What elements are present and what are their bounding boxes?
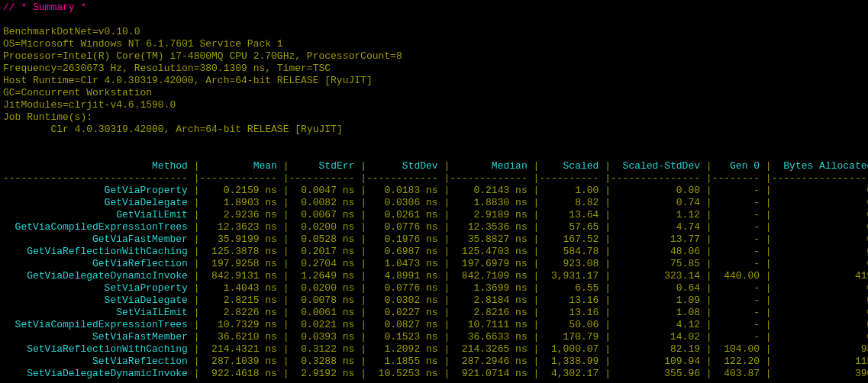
column-separator: | bbox=[283, 233, 289, 245]
column-separator: | bbox=[766, 185, 772, 196]
table-cell: 0.0200 ns bbox=[295, 282, 354, 294]
column-separator: | bbox=[194, 185, 200, 196]
table-cell: 8.82 bbox=[545, 197, 599, 208]
column-separator: | bbox=[283, 221, 289, 233]
column-separator: | bbox=[605, 160, 611, 172]
table-cell: 122.20 bbox=[718, 356, 760, 367]
column-separator: | bbox=[360, 294, 366, 306]
table-cell: 440.00 bbox=[718, 270, 760, 282]
table-cell: 13.77 bbox=[617, 233, 700, 245]
column-separator: | bbox=[444, 307, 450, 318]
divider: ------------------------------- bbox=[3, 172, 188, 184]
divider: ------------ bbox=[456, 172, 528, 184]
table-cell: 2.8216 ns bbox=[456, 307, 528, 318]
column-separator: | bbox=[605, 258, 611, 269]
table-cell: 104.00 bbox=[718, 343, 760, 355]
column-separator: | bbox=[194, 331, 200, 343]
column-separator: | bbox=[194, 197, 200, 208]
column-separator: | bbox=[534, 282, 540, 294]
env-job-runtime: Clr 4.0.30319.42000, Arch=64-bit RELEASE… bbox=[3, 124, 343, 135]
table-cell: GetViaReflectionWithCaching bbox=[3, 246, 188, 257]
column-separator: | bbox=[706, 172, 712, 184]
table-cell: 57.65 bbox=[545, 221, 599, 233]
table-cell: 1.12 bbox=[617, 209, 700, 220]
table-cell: SetViaILEmit bbox=[3, 307, 188, 318]
table-cell: 170.79 bbox=[545, 331, 599, 343]
table-cell: GetViaDelegateDynamicInvoke bbox=[3, 270, 188, 282]
divider: --------- bbox=[545, 172, 599, 184]
table-cell: - bbox=[718, 294, 760, 306]
column-separator: | bbox=[766, 368, 772, 379]
table-cell: 0.0306 ns bbox=[373, 197, 438, 208]
table-cell: 4.8991 ns bbox=[373, 270, 438, 282]
table-cell: - bbox=[718, 331, 760, 343]
column-separator: | bbox=[605, 246, 611, 257]
terminal-output[interactable]: // * Summary * BenchmarkDotNet=v0.10.0 O… bbox=[0, 0, 868, 381]
table-cell: 419.04 bbox=[777, 270, 868, 282]
column-separator: | bbox=[444, 368, 450, 379]
table-cell: 0.0261 ns bbox=[373, 209, 438, 220]
table-cell: 403.87 bbox=[718, 368, 760, 379]
table-cell: 0.00 bbox=[777, 221, 868, 233]
table-cell: GetViaDelegate bbox=[3, 197, 188, 208]
column-separator: | bbox=[283, 319, 289, 330]
table-cell: GetViaProperty bbox=[3, 185, 188, 196]
column-separator: | bbox=[360, 307, 366, 318]
column-separator: | bbox=[766, 319, 772, 330]
table-cell: 6.55 bbox=[545, 282, 599, 294]
column-separator: | bbox=[534, 197, 540, 208]
table-cell: 355.96 bbox=[617, 368, 700, 379]
column-separator: | bbox=[194, 221, 200, 233]
column-separator: | bbox=[605, 307, 611, 318]
column-separator: | bbox=[766, 307, 772, 318]
table-cell: 0.00 bbox=[777, 233, 868, 245]
column-separator: | bbox=[605, 185, 611, 196]
table-cell: 1.09 bbox=[617, 294, 700, 306]
column-separator: | bbox=[444, 294, 450, 306]
column-separator: | bbox=[283, 356, 289, 367]
table-cell: GetViaCompiledExpressionTrees bbox=[3, 221, 188, 233]
column-separator: | bbox=[360, 282, 366, 294]
table-cell: 14.02 bbox=[617, 331, 700, 343]
column-separator: | bbox=[706, 356, 712, 367]
table-cell: - bbox=[718, 221, 760, 233]
table-cell: 0.0776 ns bbox=[373, 221, 438, 233]
table-cell: GetViaILEmit bbox=[3, 209, 188, 220]
column-separator: | bbox=[283, 368, 289, 379]
column-separator: | bbox=[766, 356, 772, 367]
column-separator: | bbox=[444, 185, 450, 196]
table-cell: GetViaFastMember bbox=[3, 233, 188, 245]
column-separator: | bbox=[444, 343, 450, 355]
column-separator: | bbox=[706, 221, 712, 233]
column-separator: | bbox=[283, 282, 289, 294]
table-cell: 2.9192 ns bbox=[295, 368, 354, 379]
column-separator: | bbox=[605, 368, 611, 379]
env-line: Job Runtime(s): bbox=[3, 111, 92, 123]
column-separator: | bbox=[706, 319, 712, 330]
table-cell: 287.2946 ns bbox=[456, 356, 528, 367]
table-cell: 35.8827 ns bbox=[456, 233, 528, 245]
column-separator: | bbox=[605, 270, 611, 282]
column-separator: | bbox=[283, 246, 289, 257]
column-separator: | bbox=[766, 270, 772, 282]
column-separator: | bbox=[194, 307, 200, 318]
table-cell: 0.0067 ns bbox=[295, 209, 354, 220]
column-separator: | bbox=[194, 294, 200, 306]
env-line: Host Runtime=Clr 4.0.30319.42000, Arch=6… bbox=[3, 75, 373, 86]
table-cell: 922.4618 ns bbox=[205, 368, 277, 379]
column-separator: | bbox=[706, 160, 712, 172]
table-cell: 0.2704 ns bbox=[295, 258, 354, 269]
table-cell: SetViaReflection bbox=[3, 356, 188, 367]
column-separator: | bbox=[360, 221, 366, 233]
column-separator: | bbox=[766, 343, 772, 355]
column-separator: | bbox=[283, 160, 289, 172]
column-separator: | bbox=[360, 160, 366, 172]
column-separator: | bbox=[360, 331, 366, 343]
column-separator: | bbox=[360, 246, 366, 257]
column-separator: | bbox=[283, 258, 289, 269]
column-separator: | bbox=[706, 294, 712, 306]
table-cell: 0.0227 ns bbox=[373, 307, 438, 318]
column-separator: | bbox=[444, 197, 450, 208]
column-separator: | bbox=[360, 356, 366, 367]
table-cell: 167.52 bbox=[545, 233, 599, 245]
